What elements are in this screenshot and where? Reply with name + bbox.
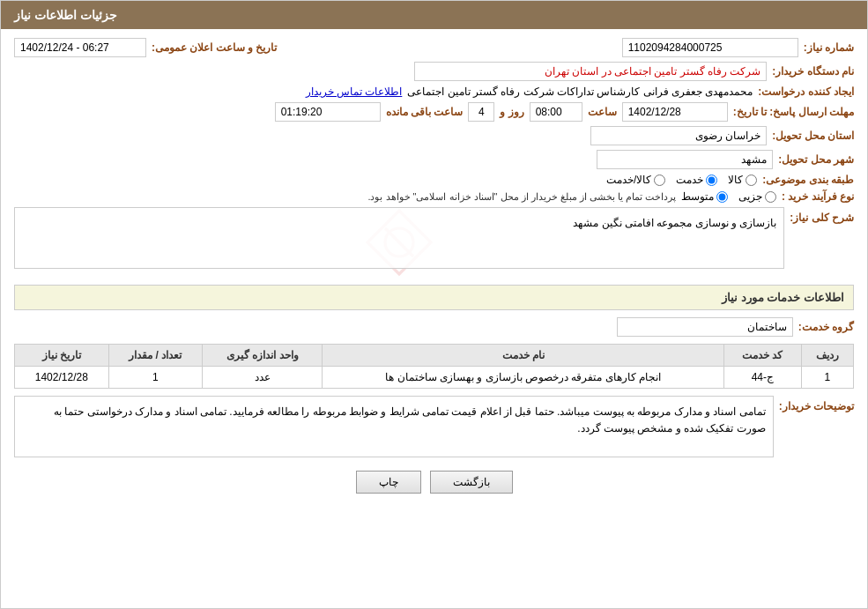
remaining-value: 01:19:20 — [275, 102, 381, 122]
cell-quantity: 1 — [108, 367, 202, 389]
col-header-quantity: تعداد / مقدار — [108, 345, 202, 367]
province-value: خراسان رضوی — [590, 126, 767, 145]
city-label: شهر محل تحویل: — [778, 153, 854, 166]
deadline-date-value: 1402/12/28 — [622, 102, 728, 122]
table-header-row: ردیف کد خدمت نام خدمت واحد اندازه گیری ت… — [15, 345, 854, 367]
col-header-service-name: نام خدمت — [323, 345, 724, 367]
time-label: ساعت — [588, 106, 617, 118]
category-label: طبقه بندی موضوعی: — [762, 174, 854, 186]
page-header: جزئیات اطلاعات نیاز — [1, 1, 867, 29]
buyer-org-value: شرکت رفاه گستر تامین اجتماعی در استان ته… — [414, 62, 767, 81]
purchase-type-radio-group: جزیی متوسط — [681, 190, 776, 203]
buyer-notes-label: توضیحات خریدار: — [779, 396, 854, 412]
category-label-kala: کالا — [728, 174, 743, 186]
creator-value: محمدمهدی جعفری فرانی کارشناس تداراکات شر… — [407, 85, 753, 98]
creator-label: ایجاد کننده درخواست: — [758, 85, 854, 98]
need-number-row: شماره نیاز: 1102094284000725 تاریخ و ساع… — [14, 38, 854, 57]
need-number-label: شماره نیاز: — [804, 41, 854, 54]
purchase-type-jozi: جزیی — [738, 190, 776, 203]
city-row: شهر محل تحویل: مشهد — [14, 150, 854, 169]
deadline-row: مهلت ارسال پاسخ: تا تاریخ: 1402/12/28 سا… — [14, 102, 854, 122]
buyer-org-row: نام دستگاه خریدار: شرکت رفاه گستر تامین … — [14, 62, 854, 81]
col-header-service-code: کد خدمت — [724, 345, 802, 367]
purchase-type-radio-motavasset[interactable] — [716, 191, 728, 203]
cell-service-name: انجام کارهای متفرقه درخصوص بازسازی و بهس… — [323, 367, 724, 389]
category-option-kala: کالا — [728, 174, 757, 186]
col-header-need-date: تاریخ نیاز — [15, 345, 109, 367]
col-header-row-num: ردیف — [801, 345, 853, 367]
service-group-label: گروه خدمت: — [798, 321, 854, 333]
description-value: بازسازی و نوسازی مجموعه افامتی نگین مشهد — [14, 207, 784, 269]
contact-link[interactable]: اطلاعات تماس خریدار — [306, 85, 403, 98]
purchase-type-motavasset: متوسط — [681, 190, 728, 203]
page-container: جزئیات اطلاعات نیاز شماره نیاز: 11020942… — [0, 0, 868, 609]
announce-date-label: تاریخ و ساعت اعلان عمومی: — [152, 41, 277, 54]
purchase-type-radio-jozi[interactable] — [765, 191, 776, 203]
buyer-notes-row: توضیحات خریدار: تمامی اسناد و مدارک مربو… — [14, 396, 854, 457]
print-button[interactable]: چاپ — [356, 471, 421, 494]
service-group-row: گروه خدمت: ساختمان — [14, 317, 854, 337]
remaining-label: ساعت باقی مانده — [386, 106, 464, 118]
category-option-khedmat: خدمت — [676, 174, 717, 186]
cell-row-num: 1 — [801, 367, 853, 389]
services-section-header: اطلاعات خدمات مورد نیاز — [14, 285, 854, 310]
province-row: استان محل تحویل: خراسان رضوی — [14, 126, 854, 145]
buyer-org-label: نام دستگاه خریدار: — [772, 65, 854, 78]
buyer-notes-value: تمامی اسناد و مدارک مربوطه به پیوست میبا… — [14, 396, 774, 457]
purchase-type-note: پرداخت تمام یا بخشی از مبلغ خریدار از مح… — [367, 191, 676, 203]
city-value: مشهد — [597, 150, 773, 169]
content-area: شماره نیاز: 1102094284000725 تاریخ و ساع… — [1, 29, 867, 516]
time-value: 08:00 — [530, 102, 582, 122]
need-number-value: 1102094284000725 — [622, 38, 798, 57]
province-label: استان محل تحویل: — [772, 130, 854, 142]
category-option-kala-khedmat: کالا/خدمت — [606, 174, 665, 186]
description-row: شرح کلی نیاز: بازسازی و نوسازی مجموعه اف… — [14, 207, 854, 278]
col-header-unit: واحد اندازه گیری — [203, 345, 323, 367]
description-label: شرح کلی نیاز: — [790, 207, 854, 224]
days-value: 4 — [468, 102, 494, 122]
days-label: روز و — [500, 106, 523, 118]
page-title: جزئیات اطلاعات نیاز — [14, 8, 117, 22]
category-radio-kala-khedmat[interactable] — [654, 175, 665, 186]
category-radio-group: کالا خدمت کالا/خدمت — [606, 174, 757, 186]
purchase-type-label-motavasset: متوسط — [681, 190, 714, 203]
cell-need-date: 1402/12/28 — [15, 367, 109, 389]
services-table: ردیف کد خدمت نام خدمت واحد اندازه گیری ت… — [14, 344, 854, 389]
purchase-type-label-jozi: جزیی — [738, 190, 762, 203]
back-button[interactable]: بازگشت — [430, 471, 513, 494]
table-row: 1 ج-44 انجام کارهای متفرقه درخصوص بازساز… — [15, 367, 854, 389]
cell-service-code: ج-44 — [724, 367, 802, 389]
button-bar: بازگشت چاپ — [14, 471, 854, 494]
category-row: طبقه بندی موضوعی: کالا خدمت کالا/خدمت — [14, 174, 854, 186]
category-radio-kala[interactable] — [746, 175, 757, 186]
category-label-kala-khedmat: کالا/خدمت — [606, 174, 651, 186]
category-radio-khedmat[interactable] — [706, 175, 717, 186]
service-group-value: ساختمان — [617, 317, 793, 337]
announce-date-value: 1402/12/24 - 06:27 — [14, 38, 146, 57]
category-label-khedmat: خدمت — [676, 174, 703, 186]
deadline-label: مهلت ارسال پاسخ: تا تاریخ: — [733, 106, 854, 118]
purchase-type-row: نوع فرآیند خرید : جزیی متوسط پرداخت تمام… — [14, 190, 854, 203]
cell-unit: عدد — [203, 367, 323, 389]
creator-row: ایجاد کننده درخواست: محمدمهدی جعفری فران… — [14, 85, 854, 98]
purchase-type-label: نوع فرآیند خرید : — [782, 190, 854, 203]
